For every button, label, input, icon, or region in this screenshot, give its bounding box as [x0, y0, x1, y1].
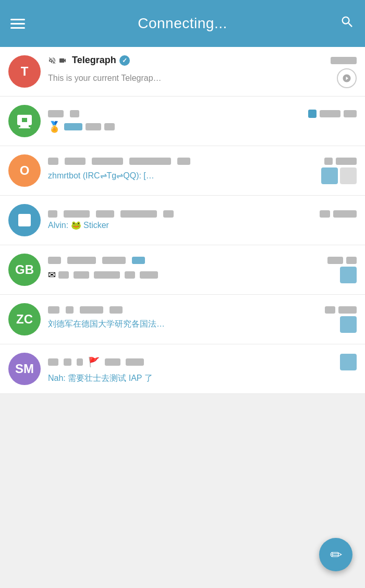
list-item[interactable]: SM 🚩 Nah: 需要壮士去测试 IAP 了: [0, 344, 365, 394]
chat-preview: 刘德军在德国大学研究各国法…: [48, 319, 336, 330]
svg-rect-3: [22, 118, 27, 122]
avatar-icon: [15, 112, 34, 130]
list-item[interactable]: T Telegraph: [0, 47, 365, 97]
time-blur: [331, 57, 357, 64]
chat-preview: zhmrtbot (IRC⇌Tg⇌QQ): […: [48, 171, 317, 181]
chat-body: ✉: [48, 257, 357, 283]
unread-badge: [340, 316, 357, 333]
verified-badge: [119, 55, 130, 66]
chat-body: 🚩 Nah: 需要壮士去测试 IAP 了: [48, 354, 357, 384]
name-icons: [48, 56, 67, 65]
unread-badge: [340, 354, 357, 370]
svg-rect-2: [19, 127, 30, 128]
emoji-icon: 🏅: [48, 121, 61, 133]
top-bar: Connecting...: [0, 0, 365, 47]
mute-icon: [48, 56, 56, 65]
chat-preview: Nah: 需要壮士去测试 IAP 了: [48, 373, 357, 384]
camera-icon: [58, 56, 67, 65]
avatar: [8, 204, 41, 236]
avatar-shape: [18, 214, 31, 226]
chat-name: Telegraph: [72, 55, 116, 66]
chat-meta: [331, 57, 357, 64]
chat-body: Telegraph This is your current Telegrap…: [48, 55, 357, 88]
unread-badge: [340, 267, 357, 283]
chat-meta: [327, 257, 357, 264]
unread-area: [321, 167, 357, 184]
list-item[interactable]: O zhmrtbot (IRC⇌Tg⇌QQ): […: [0, 146, 365, 196]
hamburger-menu-button[interactable]: [10, 19, 25, 29]
chat-body: 🏅: [48, 110, 357, 133]
avatar: T: [8, 55, 41, 88]
avatar: [8, 105, 41, 137]
compose-fab-button[interactable]: ✏: [319, 538, 352, 571]
email-icon: ✉: [48, 269, 56, 281]
header-title: Connecting...: [138, 15, 227, 32]
chat-body: zhmrtbot (IRC⇌Tg⇌QQ): […: [48, 158, 357, 184]
avatar: ZC: [8, 303, 41, 335]
search-icon[interactable]: [340, 15, 355, 33]
avatar: O: [8, 154, 41, 187]
chat-meta: [340, 354, 357, 370]
chat-list: T Telegraph: [0, 47, 365, 394]
chat-preview: Alvin: 🐸 Sticker: [48, 220, 357, 230]
chat-meta: [308, 110, 357, 118]
chat-preview: This is your current Telegrap…: [48, 74, 333, 83]
list-item[interactable]: 🏅: [0, 97, 365, 146]
share-button[interactable]: [337, 68, 357, 88]
avatar: SM: [8, 353, 41, 385]
unread-icon: [321, 167, 338, 184]
chat-meta: [325, 306, 357, 314]
chat-meta: [324, 158, 357, 165]
muted-icon: [340, 167, 357, 184]
list-item[interactable]: Alvin: 🐸 Sticker: [0, 196, 365, 245]
flag-icon: 🚩: [88, 356, 100, 368]
chat-body: 刘德军在德国大学研究各国法…: [48, 306, 357, 333]
edit-icon: ✏: [330, 546, 342, 563]
chat-meta: [320, 210, 357, 218]
list-item[interactable]: ZC 刘德军在德国大学研究各国法…: [0, 295, 365, 344]
preview-row: ✉: [48, 269, 340, 281]
chat-body: Alvin: 🐸 Sticker: [48, 210, 357, 230]
svg-rect-1: [20, 125, 29, 127]
list-item[interactable]: GB ✉: [0, 245, 365, 295]
avatar: GB: [8, 254, 41, 286]
